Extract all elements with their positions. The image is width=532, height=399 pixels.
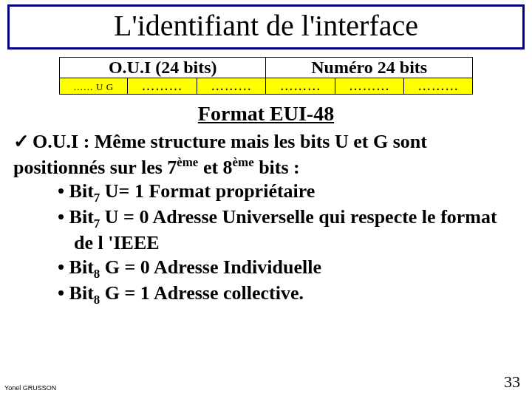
oui-description: ✓O.U.I : Même structure mais les bits U … xyxy=(13,129,519,180)
footer-author: Yonel GRUSSON xyxy=(4,384,56,392)
slide-title: L'identifiant de l'interface xyxy=(114,9,418,42)
bullet-list: • Bit7 U= 1 Format propriétaire • Bit7 U… xyxy=(58,180,519,308)
byte-table: O.U.I (24 bits) Numéro 24 bits …… U G ……… xyxy=(59,57,473,95)
slide-title-bar: L'identifiant de l'interface xyxy=(7,4,525,50)
header-oui: O.U.I (24 bits) xyxy=(60,58,266,78)
header-numero: Numéro 24 bits xyxy=(266,58,473,78)
format-title: Format EUI-48 xyxy=(13,100,519,126)
byte-cell-4: ……… xyxy=(266,78,335,95)
byte-cell-1: …… U G xyxy=(60,78,128,95)
byte-cell-2: ……… xyxy=(127,78,197,95)
bullet-2: • Bit7 U = 0 Adresse Universelle qui res… xyxy=(58,205,519,256)
body-content: Format EUI-48 ✓O.U.I : Même structure ma… xyxy=(13,100,519,307)
byte-cell-3: ……… xyxy=(197,78,266,95)
bullet-1: • Bit7 U= 1 Format propriétaire xyxy=(58,180,519,205)
bullet-4: • Bit8 G = 1 Adresse collective. xyxy=(58,282,519,307)
bullet-3: • Bit8 G = 0 Adresse Individuelle xyxy=(58,256,519,282)
check-icon: ✓ xyxy=(13,129,33,154)
byte-cell-6: ……… xyxy=(403,78,472,95)
byte-cell-5: ……… xyxy=(335,78,403,95)
page-number: 33 xyxy=(504,372,520,392)
